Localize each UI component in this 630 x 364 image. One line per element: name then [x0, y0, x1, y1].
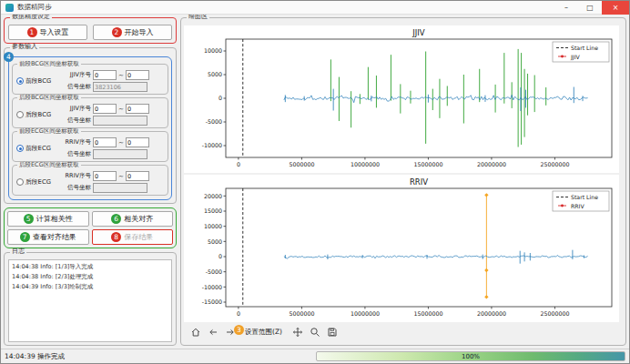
params-group-title: 参数输入	[10, 44, 39, 50]
svg-text:RRIV: RRIV	[571, 203, 584, 209]
log-group-title: 日志	[10, 248, 26, 255]
svg-text:10000: 10000	[204, 223, 222, 229]
svg-text:-5000: -5000	[206, 118, 222, 125]
radio-icon[interactable]	[16, 145, 24, 152]
rriv-index-start-input[interactable]	[93, 137, 117, 147]
save-icon[interactable]	[326, 327, 338, 339]
front-ecg-radio[interactable]: 前段ECG	[15, 144, 58, 153]
plot-group-title: 绘图区	[187, 15, 209, 20]
svg-text:15000000: 15000000	[413, 161, 442, 167]
zoom-icon[interactable]	[309, 327, 320, 339]
step-3-badge: 3	[234, 325, 244, 335]
left-panel: 数据精度设定 1 导入设置 2 开始导入 参数输入 4	[4, 17, 177, 346]
save-result-button[interactable]: 8 保存结果	[92, 229, 174, 245]
range-separator: ~	[118, 139, 124, 147]
rriv-chart[interactable]: 0500000010000000150000002000000025000000…	[184, 175, 619, 322]
titlebar: 数据精同步 – □ ×	[1, 1, 629, 15]
jjiv-index-start-input[interactable]	[93, 70, 117, 80]
radio-icon[interactable]	[16, 111, 24, 118]
signal-coord-input	[93, 82, 147, 92]
maximize-button[interactable]: □	[578, 1, 602, 15]
import-settings-label: 导入设置	[40, 27, 69, 37]
svg-text:-5000: -5000	[206, 268, 222, 275]
minimize-button[interactable]: –	[554, 1, 578, 15]
svg-text:5000: 5000	[208, 71, 222, 77]
step-8-badge: 8	[111, 232, 121, 242]
pan-icon[interactable]	[291, 327, 303, 339]
plot-group: 绘图区 050000001000000015000000200000002500…	[180, 17, 626, 346]
jjiv-index-label: JJIV序号	[58, 71, 91, 79]
step-4-badge: 4	[4, 52, 14, 62]
status-text: 14:04:39 操作完成	[5, 352, 65, 361]
radio-icon[interactable]	[16, 178, 24, 186]
log-area[interactable]: 14:04:38 Info: [1/3]导入完成 14:04:38 Info: …	[8, 259, 172, 342]
compute-correlation-label: 计算相关性	[36, 214, 73, 224]
log-line: 14:04:38 Info: [1/3]导入完成	[12, 262, 168, 272]
range-separator: ~	[118, 72, 124, 79]
rriv-index-start-input[interactable]	[93, 171, 117, 181]
save-result-label: 保存结果	[124, 232, 153, 242]
actions-group: 5 计算相关性 6 相关对齐 7 查看对齐结果 8 保存结果	[4, 207, 177, 248]
svg-text:10000000: 10000000	[351, 161, 380, 167]
svg-text:25000000: 25000000	[540, 161, 569, 167]
home-icon[interactable]	[189, 327, 201, 339]
view-align-result-label: 查看对齐结果	[33, 232, 76, 242]
signal-coord-label: 信号坐标	[58, 184, 91, 192]
front-bcg-radio-label: 前段BCG	[25, 76, 51, 86]
svg-text:0: 0	[237, 161, 240, 167]
svg-text:0: 0	[218, 95, 222, 101]
svg-text:20000000: 20000000	[477, 310, 506, 317]
front-ecg-section-title: 前段ECG区间坐标获取	[17, 128, 81, 135]
back-icon[interactable]	[207, 327, 218, 339]
plot-toolbar: 3 设置范围(Z)	[184, 324, 623, 340]
rear-ecg-section-title: 后段ECG区间坐标获取	[17, 162, 81, 168]
jjiv-index-start-input[interactable]	[93, 104, 117, 114]
svg-text:20000: 20000	[204, 193, 222, 199]
progress-label: 100%	[462, 353, 480, 360]
rriv-index-end-input[interactable]	[126, 171, 149, 181]
signal-coord-label: 信号坐标	[58, 116, 91, 125]
step-1-badge: 1	[27, 27, 37, 37]
svg-text:-10000: -10000	[202, 284, 222, 290]
import-group-title: 数据精度设定	[10, 15, 52, 20]
correlation-align-button[interactable]: 6 相关对齐	[92, 211, 174, 227]
svg-text:0: 0	[218, 253, 222, 259]
import-settings-button[interactable]: 1 导入设置	[8, 25, 87, 40]
signal-coord-input	[93, 149, 147, 159]
svg-text:-10000: -10000	[202, 142, 222, 148]
range-separator: ~	[118, 173, 124, 180]
view-align-result-button[interactable]: 7 查看对齐结果	[7, 229, 89, 245]
rriv-index-label: RRIV序号	[58, 138, 91, 147]
jjiv-index-end-input[interactable]	[126, 70, 149, 80]
main-area: 数据精度设定 1 导入设置 2 开始导入 参数输入 4	[1, 15, 629, 349]
jjiv-index-end-input[interactable]	[126, 104, 149, 114]
step-6-badge: 6	[111, 214, 121, 224]
rear-ecg-radio[interactable]: 后段ECG	[15, 177, 58, 187]
svg-text:JJIV: JJIV	[570, 54, 580, 61]
rriv-index-end-input[interactable]	[126, 137, 149, 147]
set-range-button[interactable]: 3 设置范围(Z)	[241, 327, 286, 338]
close-button[interactable]: ×	[602, 1, 629, 15]
step-5-badge: 5	[24, 214, 34, 224]
log-line: 14:04:39 Info: [3/3]绘制完成	[12, 282, 168, 292]
param-section-front-bcg: 前段BCG区间坐标获取 前段BCG JJIV序号 ~	[12, 64, 168, 95]
rear-bcg-radio[interactable]: 后段BCG	[15, 110, 58, 119]
app-window: 数据精同步 – □ × 数据精度设定 1 导入设置 2 开始导入	[0, 0, 630, 364]
jjiv-chart[interactable]: 0500000010000000150000002000000025000000…	[184, 25, 619, 173]
start-import-button[interactable]: 2 开始导入	[93, 25, 172, 40]
progress-bar: 100%	[316, 351, 625, 361]
compute-correlation-button[interactable]: 5 计算相关性	[7, 211, 89, 227]
radio-icon[interactable]	[16, 77, 24, 85]
front-bcg-radio[interactable]: 前段BCG	[15, 76, 58, 86]
svg-text:15000: 15000	[204, 207, 222, 214]
svg-text:Start Line: Start Line	[571, 45, 598, 51]
log-group: 日志 14:04:38 Info: [1/3]导入完成 14:04:38 Inf…	[4, 252, 177, 346]
svg-text:0: 0	[237, 310, 240, 317]
param-section-rear-ecg: 后段ECG区间坐标获取 后段ECG RRIV序号 ~	[12, 165, 168, 196]
signal-coord-input	[93, 116, 147, 126]
svg-text:5000000: 5000000	[289, 161, 314, 167]
step-7-badge: 7	[20, 232, 30, 242]
jjiv-index-label: JJIV序号	[58, 105, 91, 113]
rear-ecg-radio-label: 后段ECG	[25, 177, 51, 187]
svg-text:25000000: 25000000	[540, 310, 569, 317]
